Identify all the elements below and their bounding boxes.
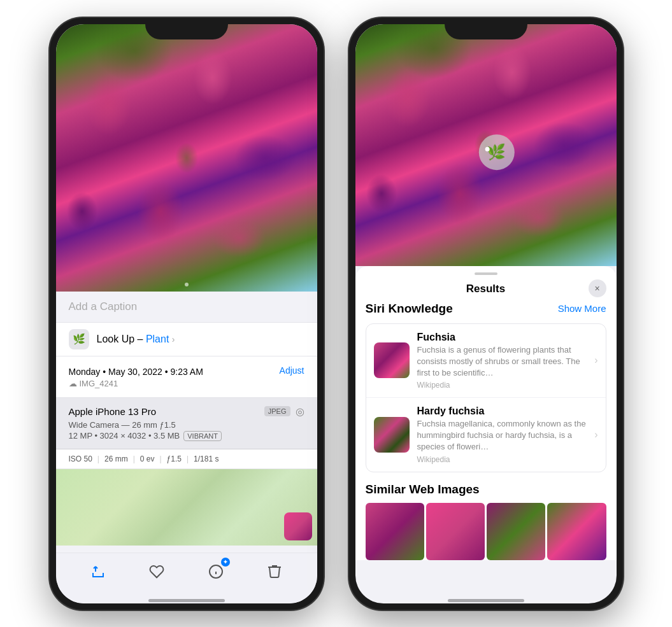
- home-indicator: [148, 599, 225, 602]
- hardy-desc: Fuchsia magellanica, commonly known as t…: [417, 418, 587, 453]
- exif-row: ISO 50 | 26 mm | 0 ev | ƒ1.5 | 1/181 s: [56, 449, 317, 469]
- fuchsia-thumbnail: [374, 342, 410, 378]
- format-badge: JPEG: [264, 406, 290, 416]
- knowledge-item-fuchsia[interactable]: Fuchsia Fuchsia is a genus of flowering …: [366, 324, 606, 398]
- vibrant-badge: VIBRANT: [183, 431, 222, 441]
- lookup-type[interactable]: Plant: [146, 334, 169, 344]
- similar-title: Similar Web Images: [366, 483, 480, 496]
- exif-aperture: ƒ1.5: [167, 454, 182, 463]
- fuchsia-desc: Fuchsia is a genus of flowering plants t…: [417, 344, 587, 379]
- knowledge-item-hardy[interactable]: Hardy fuchsia Fuchsia magellanica, commo…: [366, 398, 606, 472]
- show-more-button[interactable]: Show More: [558, 303, 606, 314]
- lookup-label: Look Up – Plant ›: [97, 334, 175, 345]
- similar-images-row: [366, 503, 606, 560]
- exif-focal: 26 mm: [104, 454, 128, 463]
- filename: IMG_4241: [80, 379, 118, 388]
- photo-display: [56, 24, 317, 292]
- visual-lookup-dot: [485, 146, 489, 151]
- adjust-button[interactable]: Adjust: [280, 365, 304, 376]
- similar-image-2[interactable]: [426, 503, 485, 560]
- caption-placeholder[interactable]: Add a Caption: [69, 300, 138, 313]
- bottom-toolbar: ✦: [56, 553, 317, 603]
- results-panel: Results × Siri Knowledge Show More Fu: [355, 266, 617, 560]
- fuchsia-chevron: ›: [594, 355, 597, 366]
- location-icon: ◎: [296, 405, 304, 418]
- megapixels: 12 MP • 3024 × 4032 • 3.5 MB: [69, 431, 180, 440]
- cloud-icon: ☁: [69, 379, 77, 388]
- home-indicator-right: [448, 599, 524, 602]
- hardy-source: Wikipedia: [417, 455, 587, 464]
- fuchsia-source: Wikipedia: [417, 381, 587, 390]
- results-content: Siri Knowledge Show More Fuchsia Fuchsia…: [355, 302, 617, 560]
- lookup-icon: 🌿: [69, 329, 89, 349]
- hardy-thumbnail: [374, 417, 410, 453]
- exif-shutter: 1/181 s: [194, 454, 218, 463]
- exif-ev: 0 ev: [140, 454, 155, 463]
- device-name: Apple iPhone 13 Pro: [69, 406, 157, 417]
- share-button[interactable]: [87, 560, 110, 583]
- fuchsia-title: Fuchsia: [417, 332, 587, 343]
- map-section[interactable]: [56, 469, 317, 546]
- siri-knowledge-header: Siri Knowledge Show More: [366, 302, 606, 316]
- camera-type: Wide Camera — 26 mm ƒ1.5: [69, 420, 304, 430]
- similar-header: Similar Web Images: [366, 483, 606, 497]
- similar-image-1[interactable]: [366, 503, 424, 560]
- device-section: Apple iPhone 13 Pro JPEG ◎ Wide Camera —…: [56, 398, 317, 449]
- fuchsia-text: Fuchsia Fuchsia is a genus of flowering …: [417, 332, 587, 390]
- exif-iso: ISO 50: [69, 454, 92, 463]
- knowledge-card: Fuchsia Fuchsia is a genus of flowering …: [366, 323, 606, 472]
- left-phone: Add a Caption 🌿 Look Up – Plant › Monday…: [50, 18, 324, 610]
- right-phone: 🌿 Results × Siri Knowledge Show More: [349, 18, 623, 610]
- photo-info-content: Add a Caption 🌿 Look Up – Plant › Monday…: [56, 292, 317, 546]
- similar-image-4[interactable]: [547, 503, 606, 560]
- hardy-title: Hardy fuchsia: [417, 405, 587, 417]
- caption-area[interactable]: Add a Caption: [56, 292, 317, 323]
- favorite-button[interactable]: [145, 560, 168, 583]
- flower-overlay: [56, 24, 317, 292]
- hardy-chevron: ›: [594, 429, 597, 440]
- info-button[interactable]: ✦: [204, 560, 227, 583]
- date-text: Monday • May 30, 2022 • 9:23 AM: [69, 365, 203, 379]
- siri-knowledge-title: Siri Knowledge: [366, 302, 453, 316]
- metadata-section: Monday • May 30, 2022 • 9:23 AM ☁ IMG_42…: [56, 356, 317, 398]
- hardy-text: Hardy fuchsia Fuchsia magellanica, commo…: [417, 405, 587, 464]
- delete-button[interactable]: [263, 560, 286, 583]
- info-badge: ✦: [221, 558, 230, 567]
- results-title: Results: [466, 283, 505, 295]
- close-button[interactable]: ×: [589, 279, 606, 297]
- lookup-row[interactable]: 🌿 Look Up – Plant ›: [56, 323, 317, 356]
- photo-display-right: 🌿: [355, 24, 617, 266]
- similar-image-3[interactable]: [487, 503, 545, 560]
- lookup-chevron: ›: [172, 334, 175, 344]
- visual-lookup-button[interactable]: 🌿: [478, 134, 514, 170]
- results-header: Results ×: [355, 275, 617, 302]
